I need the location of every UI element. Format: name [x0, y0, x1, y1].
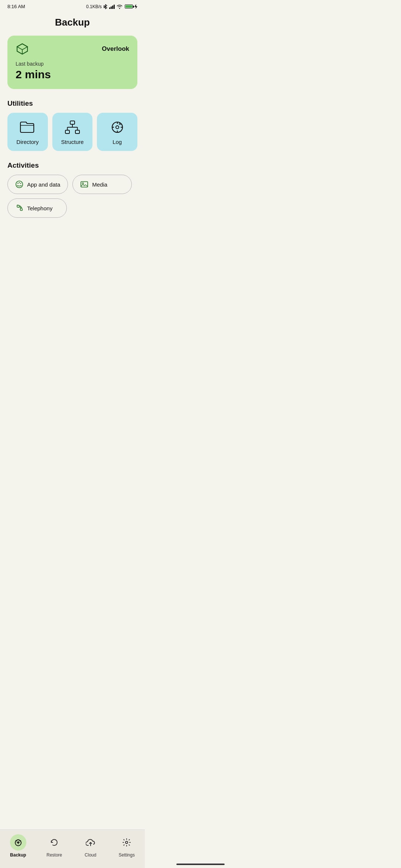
svg-point-26	[82, 183, 84, 184]
status-bar: 8:16 AM 0.1KB/s	[0, 0, 145, 11]
image-icon	[80, 180, 88, 188]
svg-point-20	[119, 123, 121, 125]
wifi-icon	[117, 4, 123, 9]
page-title: Backup	[0, 17, 145, 28]
network-speed: 0.1KB/s	[86, 4, 102, 9]
last-backup-label: Last backup	[16, 61, 129, 67]
last-backup-time: 2 mins	[16, 68, 129, 81]
utility-directory[interactable]: Directory	[7, 113, 48, 151]
utility-log[interactable]: Log	[97, 113, 137, 151]
structure-label: Structure	[61, 139, 84, 145]
media-label: Media	[92, 181, 107, 188]
backup-card: Overlook Last backup 2 mins	[7, 36, 137, 89]
svg-point-22	[17, 183, 19, 184]
backup-name: Overlook	[102, 45, 129, 53]
log-icon	[110, 120, 125, 134]
signal-icon	[109, 4, 115, 9]
battery-icon	[125, 4, 133, 9]
activity-media[interactable]: Media	[72, 175, 132, 194]
telephony-label: Telephony	[27, 205, 52, 211]
activity-telephony[interactable]: Telephony	[7, 198, 67, 218]
status-icons: 0.1KB/s	[86, 4, 137, 9]
svg-point-21	[16, 181, 23, 188]
utilities-section-header: Utilities	[7, 99, 137, 108]
charging-icon	[134, 4, 137, 9]
palette-icon	[15, 180, 23, 188]
log-label: Log	[113, 139, 122, 145]
backup-card-header: Overlook	[16, 42, 129, 56]
activity-app-and-data[interactable]: App and data	[7, 175, 68, 194]
structure-icon	[65, 120, 80, 134]
activities-section-header: Activities	[7, 161, 137, 170]
svg-point-15	[116, 126, 119, 129]
svg-rect-8	[65, 130, 69, 134]
bluetooth-icon	[103, 4, 108, 9]
activities-grid: App and data Media Telephony	[7, 175, 137, 218]
svg-rect-1	[111, 6, 112, 9]
svg-rect-2	[112, 6, 113, 9]
svg-rect-7	[70, 121, 75, 124]
phone-icon	[15, 204, 23, 212]
folder-icon	[20, 120, 35, 134]
svg-rect-9	[75, 130, 79, 134]
utility-structure[interactable]: Structure	[52, 113, 93, 151]
app-and-data-label: App and data	[27, 181, 60, 188]
svg-rect-0	[109, 7, 110, 9]
utilities-grid: Directory Structure Log	[7, 113, 137, 151]
svg-point-23	[19, 182, 20, 183]
svg-point-24	[20, 183, 21, 184]
svg-rect-25	[81, 182, 88, 187]
time: 8:16 AM	[7, 4, 25, 9]
cube-icon	[16, 42, 29, 56]
svg-marker-5	[17, 44, 27, 50]
svg-rect-3	[114, 4, 115, 9]
directory-label: Directory	[16, 139, 39, 145]
